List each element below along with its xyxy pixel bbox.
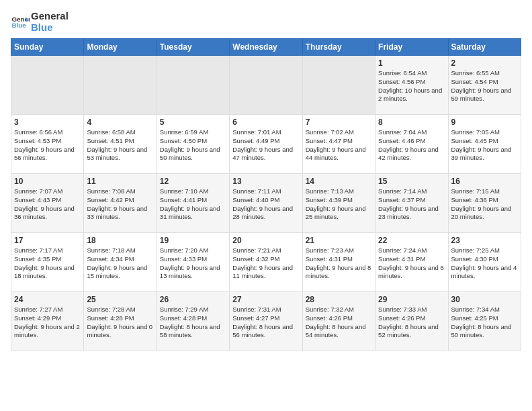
day-number: 3 bbox=[14, 118, 81, 127]
calendar-week-row: 3Sunrise: 6:56 AM Sunset: 4:53 PM Daylig… bbox=[11, 115, 521, 174]
day-info: Sunrise: 7:31 AM Sunset: 4:27 PM Dayligh… bbox=[232, 306, 299, 340]
calendar-cell: 7Sunrise: 7:02 AM Sunset: 4:47 PM Daylig… bbox=[302, 115, 375, 174]
calendar-cell: 6Sunrise: 7:01 AM Sunset: 4:49 PM Daylig… bbox=[230, 115, 302, 174]
day-info: Sunrise: 6:59 AM Sunset: 4:50 PM Dayligh… bbox=[160, 128, 226, 163]
calendar-cell: 13Sunrise: 7:11 AM Sunset: 4:40 PM Dayli… bbox=[230, 174, 302, 233]
calendar-cell: 15Sunrise: 7:14 AM Sunset: 4:37 PM Dayli… bbox=[375, 174, 448, 233]
calendar-cell: 25Sunrise: 7:28 AM Sunset: 4:28 PM Dayli… bbox=[84, 292, 157, 351]
day-info: Sunrise: 7:07 AM Sunset: 4:43 PM Dayligh… bbox=[14, 187, 81, 222]
calendar-cell: 16Sunrise: 7:15 AM Sunset: 4:36 PM Dayli… bbox=[448, 174, 521, 233]
calendar-cell: 5Sunrise: 6:59 AM Sunset: 4:50 PM Daylig… bbox=[157, 115, 229, 174]
day-number: 14 bbox=[306, 177, 372, 186]
calendar-cell: 29Sunrise: 7:33 AM Sunset: 4:26 PM Dayli… bbox=[375, 292, 448, 351]
day-number: 1 bbox=[378, 58, 445, 68]
calendar-week-row: 17Sunrise: 7:17 AM Sunset: 4:35 PM Dayli… bbox=[11, 233, 521, 292]
day-number: 2 bbox=[451, 58, 518, 68]
day-number: 26 bbox=[160, 295, 226, 304]
day-info: Sunrise: 6:56 AM Sunset: 4:53 PM Dayligh… bbox=[14, 128, 81, 163]
day-info: Sunrise: 7:34 AM Sunset: 4:25 PM Dayligh… bbox=[451, 306, 518, 340]
weekday-header-tuesday: Tuesday bbox=[157, 39, 229, 56]
day-info: Sunrise: 7:27 AM Sunset: 4:29 PM Dayligh… bbox=[14, 306, 81, 340]
day-number: 21 bbox=[306, 236, 372, 245]
calendar-cell: 22Sunrise: 7:24 AM Sunset: 4:31 PM Dayli… bbox=[375, 233, 448, 292]
calendar-header-row: SundayMondayTuesdayWednesdayThursdayFrid… bbox=[11, 39, 521, 56]
day-number: 25 bbox=[87, 295, 153, 304]
calendar-cell: 27Sunrise: 7:31 AM Sunset: 4:27 PM Dayli… bbox=[230, 292, 302, 351]
day-info: Sunrise: 7:33 AM Sunset: 4:26 PM Dayligh… bbox=[378, 306, 445, 340]
calendar-cell: 28Sunrise: 7:32 AM Sunset: 4:26 PM Dayli… bbox=[302, 292, 375, 351]
day-number: 13 bbox=[232, 177, 299, 186]
day-info: Sunrise: 7:32 AM Sunset: 4:26 PM Dayligh… bbox=[306, 306, 372, 340]
weekday-header-wednesday: Wednesday bbox=[230, 39, 302, 56]
logo-icon: General Blue bbox=[11, 13, 30, 32]
day-info: Sunrise: 7:18 AM Sunset: 4:34 PM Dayligh… bbox=[87, 246, 153, 281]
calendar-cell: 11Sunrise: 7:08 AM Sunset: 4:42 PM Dayli… bbox=[84, 174, 157, 233]
calendar-week-row: 24Sunrise: 7:27 AM Sunset: 4:29 PM Dayli… bbox=[11, 292, 521, 351]
day-number: 6 bbox=[232, 118, 299, 127]
day-number: 8 bbox=[378, 118, 445, 127]
day-info: Sunrise: 7:08 AM Sunset: 4:42 PM Dayligh… bbox=[87, 187, 153, 222]
day-info: Sunrise: 6:55 AM Sunset: 4:54 PM Dayligh… bbox=[451, 69, 518, 103]
day-number: 4 bbox=[87, 118, 153, 127]
page-header: General Blue General Blue bbox=[11, 11, 521, 33]
day-info: Sunrise: 7:13 AM Sunset: 4:39 PM Dayligh… bbox=[306, 187, 372, 222]
day-number: 15 bbox=[378, 177, 445, 186]
calendar-cell: 3Sunrise: 6:56 AM Sunset: 4:53 PM Daylig… bbox=[11, 115, 84, 174]
logo-blue: Blue bbox=[31, 22, 69, 34]
day-info: Sunrise: 7:04 AM Sunset: 4:46 PM Dayligh… bbox=[378, 128, 445, 163]
day-info: Sunrise: 7:01 AM Sunset: 4:49 PM Dayligh… bbox=[232, 128, 299, 163]
calendar-cell: 17Sunrise: 7:17 AM Sunset: 4:35 PM Dayli… bbox=[11, 233, 84, 292]
calendar-week-row: 1Sunrise: 6:54 AM Sunset: 4:56 PM Daylig… bbox=[11, 56, 521, 115]
day-info: Sunrise: 6:54 AM Sunset: 4:56 PM Dayligh… bbox=[378, 69, 445, 103]
calendar-cell: 1Sunrise: 6:54 AM Sunset: 4:56 PM Daylig… bbox=[375, 56, 448, 115]
day-number: 18 bbox=[87, 236, 153, 245]
day-info: Sunrise: 7:10 AM Sunset: 4:41 PM Dayligh… bbox=[160, 187, 226, 222]
calendar-table: SundayMondayTuesdayWednesdayThursdayFrid… bbox=[11, 38, 521, 351]
calendar-cell: 10Sunrise: 7:07 AM Sunset: 4:43 PM Dayli… bbox=[11, 174, 84, 233]
weekday-header-sunday: Sunday bbox=[11, 39, 84, 56]
calendar-cell: 8Sunrise: 7:04 AM Sunset: 4:46 PM Daylig… bbox=[375, 115, 448, 174]
calendar-cell: 26Sunrise: 7:29 AM Sunset: 4:28 PM Dayli… bbox=[157, 292, 229, 351]
calendar-cell: 30Sunrise: 7:34 AM Sunset: 4:25 PM Dayli… bbox=[448, 292, 521, 351]
calendar-cell bbox=[84, 56, 157, 115]
day-info: Sunrise: 6:58 AM Sunset: 4:51 PM Dayligh… bbox=[87, 128, 153, 163]
day-number: 17 bbox=[14, 236, 81, 245]
day-number: 24 bbox=[14, 295, 81, 304]
calendar-cell: 4Sunrise: 6:58 AM Sunset: 4:51 PM Daylig… bbox=[84, 115, 157, 174]
day-number: 30 bbox=[451, 295, 518, 304]
calendar-cell: 19Sunrise: 7:20 AM Sunset: 4:33 PM Dayli… bbox=[157, 233, 229, 292]
day-info: Sunrise: 7:29 AM Sunset: 4:28 PM Dayligh… bbox=[160, 306, 226, 340]
svg-text:Blue: Blue bbox=[11, 21, 26, 29]
day-number: 16 bbox=[451, 177, 518, 186]
day-info: Sunrise: 7:11 AM Sunset: 4:40 PM Dayligh… bbox=[232, 187, 299, 222]
day-info: Sunrise: 7:17 AM Sunset: 4:35 PM Dayligh… bbox=[14, 246, 81, 281]
day-info: Sunrise: 7:25 AM Sunset: 4:30 PM Dayligh… bbox=[451, 246, 518, 281]
day-number: 5 bbox=[160, 118, 226, 127]
calendar-cell: 18Sunrise: 7:18 AM Sunset: 4:34 PM Dayli… bbox=[84, 233, 157, 292]
calendar-cell: 23Sunrise: 7:25 AM Sunset: 4:30 PM Dayli… bbox=[448, 233, 521, 292]
day-number: 20 bbox=[232, 236, 299, 245]
calendar-cell: 12Sunrise: 7:10 AM Sunset: 4:41 PM Dayli… bbox=[157, 174, 229, 233]
day-number: 28 bbox=[306, 295, 372, 304]
day-info: Sunrise: 7:20 AM Sunset: 4:33 PM Dayligh… bbox=[160, 246, 226, 281]
day-number: 12 bbox=[160, 177, 226, 186]
day-info: Sunrise: 7:14 AM Sunset: 4:37 PM Dayligh… bbox=[378, 187, 445, 222]
logo: General Blue General Blue bbox=[11, 11, 69, 33]
day-number: 9 bbox=[451, 118, 518, 127]
calendar-cell: 14Sunrise: 7:13 AM Sunset: 4:39 PM Dayli… bbox=[302, 174, 375, 233]
calendar-cell bbox=[302, 56, 375, 115]
day-info: Sunrise: 7:24 AM Sunset: 4:31 PM Dayligh… bbox=[378, 246, 445, 281]
weekday-header-monday: Monday bbox=[84, 39, 157, 56]
calendar-cell bbox=[230, 56, 302, 115]
day-info: Sunrise: 7:28 AM Sunset: 4:28 PM Dayligh… bbox=[87, 306, 153, 340]
weekday-header-saturday: Saturday bbox=[448, 39, 521, 56]
calendar-cell: 9Sunrise: 7:05 AM Sunset: 4:45 PM Daylig… bbox=[448, 115, 521, 174]
day-number: 11 bbox=[87, 177, 153, 186]
day-info: Sunrise: 7:21 AM Sunset: 4:32 PM Dayligh… bbox=[232, 246, 299, 281]
calendar-week-row: 10Sunrise: 7:07 AM Sunset: 4:43 PM Dayli… bbox=[11, 174, 521, 233]
calendar-cell bbox=[11, 56, 84, 115]
weekday-header-friday: Friday bbox=[375, 39, 448, 56]
day-number: 29 bbox=[378, 295, 445, 304]
day-info: Sunrise: 7:05 AM Sunset: 4:45 PM Dayligh… bbox=[451, 128, 518, 163]
day-info: Sunrise: 7:23 AM Sunset: 4:31 PM Dayligh… bbox=[306, 246, 372, 281]
